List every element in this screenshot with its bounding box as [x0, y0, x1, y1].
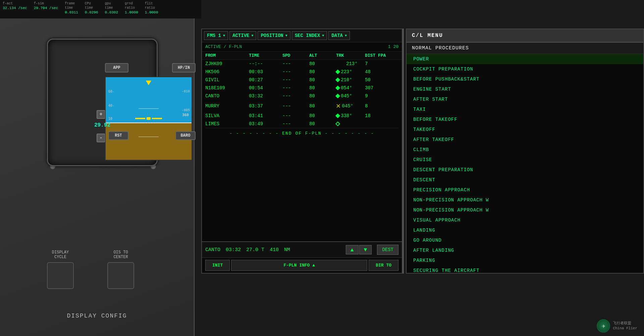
- adi-display: -010 -005 -000 60- 40- 10 10 360: [105, 77, 192, 160]
- stat-fsim: f-sim 29.704 /sec: [34, 1, 58, 10]
- scroll-down-button[interactable]: ▼: [359, 245, 372, 254]
- table-row[interactable]: N18E109 00:54 --- 80 054° 307: [205, 84, 398, 92]
- cl-menu-item-9[interactable]: CLIMB: [407, 145, 643, 155]
- stat-grnd: grndratio 1.0000: [125, 1, 138, 15]
- cl-menu-item-2[interactable]: BEFORE PUSHBACK&START: [407, 74, 643, 84]
- display-cycle-section: DISPLAYCYCLE OIS TOCENTER: [47, 250, 134, 289]
- cl-menu-item-5[interactable]: TAXI: [407, 104, 643, 114]
- track-info: 210°: [336, 77, 365, 83]
- cl-menu-item-6[interactable]: BEFORE TAKEOFF: [407, 114, 643, 125]
- waypoint-time: 00:27: [249, 77, 282, 83]
- fms-action-buttons: INIT F-PLN INFO ▲ DIR TO: [202, 257, 402, 273]
- table-row[interactable]: SILVA 03:41 --- 80 338° 18: [205, 112, 398, 120]
- cl-menu-item-11[interactable]: DESCENT PREPARATION: [407, 165, 643, 175]
- fms-dropdown-sec-index[interactable]: SEC INDEX ▼: [292, 31, 327, 40]
- fpln-info-button[interactable]: F-PLN INFO ▲: [231, 260, 367, 271]
- dist-fpa: 307: [365, 85, 398, 91]
- scroll-up-button[interactable]: ▲: [346, 245, 359, 254]
- cl-menu-item-18[interactable]: GO AROUND: [407, 235, 643, 245]
- stat-cpu: CPUtime 0.0296: [85, 1, 98, 15]
- baro-button[interactable]: BARO: [175, 131, 196, 140]
- cl-menu-item-4[interactable]: AFTER START: [407, 94, 643, 104]
- diamond-icon: [335, 86, 340, 90]
- waypoint-name: N18E109: [205, 85, 249, 91]
- pitch-line-down: [139, 137, 159, 137]
- cl-menu-panel: C/L MENU NORMAL PROCEDURES POWERCOCKPIT …: [406, 29, 644, 274]
- fms-dropdown-fms[interactable]: FMS 1 ▼: [204, 31, 228, 40]
- cl-menu-item-20[interactable]: PARKING: [407, 255, 643, 266]
- cl-menu-item-15[interactable]: NON-PRECISION APPROACH W: [407, 205, 643, 215]
- dest-button[interactable]: DEST: [377, 245, 398, 255]
- track-info: ✕ 045°: [336, 101, 365, 110]
- scale-left-60: 60-: [108, 90, 114, 93]
- waypoint-alt: 80: [309, 103, 336, 109]
- waypoint-spd: ---: [282, 69, 309, 75]
- baro-readout: 29.92: [94, 122, 110, 128]
- hpin-button[interactable]: HP/IN: [172, 63, 196, 73]
- instrument-panel: APP HP/IN + - -010 -005: [0, 18, 195, 336]
- instrument-bezel: APP HP/IN + - -010 -005: [47, 39, 158, 166]
- plus-button[interactable]: +: [97, 110, 105, 119]
- stat-fact: f-act 32.134 /sec: [3, 1, 27, 10]
- waypoint-name: ZJHK09: [205, 61, 249, 66]
- table-row[interactable]: MURRY 03:37 --- 80 ✕ 045° 8: [205, 100, 398, 112]
- dist-fpa: 18: [365, 113, 398, 118]
- dir-to-button[interactable]: DIR TO: [369, 260, 398, 271]
- table-row[interactable]: ZJHK09 --:-- --- 80 213° 7: [205, 60, 398, 68]
- fms-dropdown-position[interactable]: POSITION ▼: [258, 31, 290, 40]
- cl-menu-item-21[interactable]: SECURING THE AIRCRAFT: [407, 266, 643, 276]
- cl-menu-item-16[interactable]: VISUAL APPROACH: [407, 215, 643, 225]
- top-bar: f-act 32.134 /sec f-sim 29.704 /sec fram…: [0, 0, 201, 18]
- cl-menu-item-1[interactable]: COCKPIT PREPARATION: [407, 64, 643, 74]
- fms-dropdown-active[interactable]: ACTIVE ▼: [229, 31, 256, 40]
- waypoint-time: 03:37: [249, 103, 282, 109]
- app-button[interactable]: APP: [105, 63, 128, 73]
- track-deg: 054°: [341, 85, 352, 91]
- waypoint-name: HK506: [205, 69, 249, 75]
- scale-label-005: -005: [182, 108, 190, 112]
- cl-menu-item-10[interactable]: CRUISE: [407, 155, 643, 165]
- cl-menu-item-7[interactable]: TAKEOFF: [407, 125, 643, 135]
- end-of-fpln: - - - - - - - - END OF F-PLN - - - - - -…: [205, 128, 398, 139]
- waypoint-spd: ---: [282, 113, 309, 118]
- adi-triangle: [146, 81, 151, 85]
- table-row[interactable]: HK506 00:03 --- 80 223° 48: [205, 68, 398, 76]
- cl-menu-item-13[interactable]: PRECISION APPROACH: [407, 185, 643, 195]
- cl-menu-item-14[interactable]: NON-PRECISION APPROACH W: [407, 195, 643, 205]
- diamond-icon: [335, 94, 340, 98]
- dist-fpa: 50: [365, 77, 398, 83]
- bottom-spd: 27.0 T: [246, 247, 264, 253]
- bottom-alt: 410: [270, 247, 279, 253]
- scale-left-40: 40-: [108, 104, 114, 107]
- waypoint-name: SILVA: [205, 113, 249, 118]
- adi-left-wing: [135, 118, 145, 119]
- cl-menu-item-12[interactable]: DESCENT: [407, 175, 643, 185]
- cl-menu-item-8[interactable]: AFTER TAKEOFF: [407, 135, 643, 145]
- track-deg: 223°: [341, 69, 352, 75]
- table-row[interactable]: CANTO 03:32 --- 80 045° 9: [205, 92, 398, 100]
- display-cycle-button[interactable]: [47, 262, 74, 289]
- cl-submenu-header: NORMAL PROCEDURES: [407, 43, 643, 54]
- dist-fpa: 9: [365, 93, 398, 99]
- table-row[interactable]: LIMES 03:49 --- 80: [205, 120, 398, 128]
- table-row[interactable]: GIVIL 00:27 --- 80 210° 50: [205, 76, 398, 84]
- cl-menu-item-19[interactable]: AFTER LANDING: [407, 245, 643, 255]
- cl-menu-header: C/L MENU: [407, 29, 643, 43]
- rst-button[interactable]: RST: [108, 131, 128, 140]
- cl-menu-item-3[interactable]: ENGINE START: [407, 84, 643, 94]
- fms-dropdown-data[interactable]: DATA ▼: [328, 31, 350, 40]
- ois-center-button[interactable]: [107, 262, 134, 289]
- cl-menu-item-17[interactable]: LANDING: [407, 225, 643, 235]
- adi-ground: [106, 123, 192, 160]
- minus-button[interactable]: -: [97, 134, 105, 142]
- waypoint-alt: 80: [309, 93, 336, 99]
- dist-fpa: 7: [365, 61, 398, 66]
- adi-right-wing: [152, 118, 162, 119]
- init-button[interactable]: INIT: [205, 260, 230, 271]
- fms-breadcrumb: ACTIVE / F-PLN 1 20: [202, 42, 402, 52]
- pitch-line-up: [139, 108, 159, 109]
- fms-dropdown-arrow: ▼: [223, 34, 225, 38]
- display-config-label: DISPLAY CONFIG: [67, 313, 127, 319]
- cl-menu-item-0[interactable]: POWER: [407, 54, 643, 64]
- fms-right-divider: [402, 29, 404, 274]
